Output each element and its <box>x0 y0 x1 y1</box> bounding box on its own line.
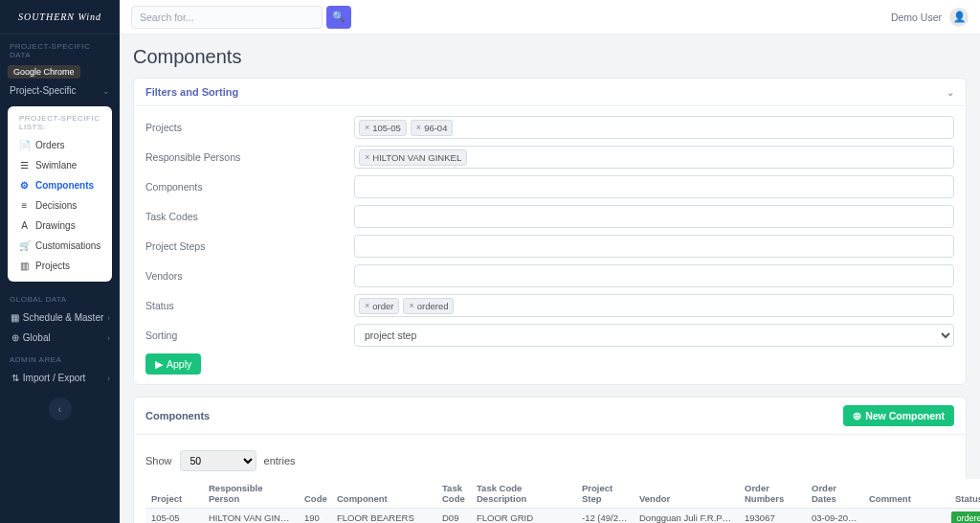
brand-logo: SOUTHERN Wind <box>0 0 120 34</box>
apply-button[interactable]: ▶Apply <box>145 353 201 375</box>
sidebar-item-global[interactable]: ⊕ Global› <box>0 328 120 348</box>
entries-label: entries <box>264 455 296 466</box>
components-header: Components ⊕New Component <box>134 398 966 435</box>
close-icon[interactable]: × <box>416 123 421 132</box>
sidebar-project-specific[interactable]: Project-Specific ⌄ <box>0 80 120 101</box>
table-cell: FLOOR GRID <box>471 509 576 524</box>
chevron-down-icon: ⌄ <box>947 87 954 98</box>
sidebar-collapse-button[interactable]: ‹ <box>49 398 72 421</box>
sorting-select[interactable]: project step <box>354 324 954 347</box>
label-projectsteps: Project Steps <box>145 240 346 252</box>
table-cell: 105-05 <box>145 509 203 524</box>
table-cell <box>863 509 949 524</box>
col-taskcode[interactable]: Task Code <box>436 479 471 509</box>
sidebar-item-components[interactable]: ⚙Components <box>11 175 108 195</box>
entries-control: Show 50 entries <box>145 450 954 471</box>
col-comment[interactable]: Comment <box>863 479 949 509</box>
search-input[interactable] <box>131 6 323 29</box>
search-group: 🔍 <box>131 6 351 29</box>
col-code[interactable]: Code <box>299 479 331 509</box>
col-orderdate[interactable]: Order Dates <box>806 479 863 509</box>
chip-status-2[interactable]: ×ordered <box>403 298 454 314</box>
chip-person-1[interactable]: ×HILTON VAN GINKEL <box>359 149 467 166</box>
lines-icon: ≡ <box>19 200 30 211</box>
globe-icon: ⊕ <box>10 332 20 343</box>
input-vendors[interactable] <box>354 264 954 287</box>
search-icon: 🔍 <box>332 11 345 23</box>
col-status[interactable]: Status <box>949 479 980 509</box>
components-body: Show 50 entries Project Responsible Pers… <box>134 435 966 523</box>
play-icon: ▶ <box>155 358 163 370</box>
sidebar-lists-header: PROJECT-SPECIFIC LISTS: <box>11 112 108 135</box>
entries-select[interactable]: 50 <box>180 450 256 471</box>
table-cell: 190 <box>299 509 331 524</box>
table-cell: FLOOR BEARERS <box>331 509 436 524</box>
topbar-user[interactable]: Demo User 👤 <box>891 8 969 27</box>
input-projects[interactable]: ×105-05 ×96-04 <box>354 116 954 139</box>
topbar: 🔍 Demo User 👤 <box>120 0 980 34</box>
close-icon[interactable]: × <box>365 301 369 310</box>
chevron-right-icon: › <box>107 374 110 383</box>
input-persons[interactable]: ×HILTON VAN GINKEL <box>354 146 954 169</box>
input-status[interactable]: ×order ×ordered <box>354 294 954 317</box>
col-ordernum[interactable]: Order Numbers <box>739 479 806 509</box>
browser-tag: Google Chrome <box>8 65 80 79</box>
main-content: Components Filters and Sorting ⌄ Project… <box>120 34 980 523</box>
sidebar: SOUTHERN Wind PROJECT-SPECIFIC DATA Goog… <box>0 0 120 523</box>
plus-icon: ⊕ <box>853 410 861 421</box>
table-header-row: Project Responsible Person Code Componen… <box>145 479 980 509</box>
sidebar-section-project: PROJECT-SPECIFIC DATA <box>0 34 120 63</box>
label-persons: Responsible Persons <box>145 151 346 163</box>
chip-project-2[interactable]: ×96-04 <box>411 120 454 136</box>
table-row[interactable]: 105-05HILTON VAN GINKEL190FLOOR BEARERSD… <box>145 509 980 524</box>
document-icon: 📄 <box>19 140 30 150</box>
table-cell: 193067 <box>739 509 806 524</box>
list-icon: ☰ <box>19 160 30 171</box>
sidebar-section-admin: ADMIN AREA <box>0 348 120 368</box>
components-table: Project Responsible Person Code Componen… <box>145 479 980 523</box>
filters-body: Projects ×105-05 ×96-04 Responsible Pers… <box>134 106 966 384</box>
sidebar-item-drawings[interactable]: ADrawings <box>11 216 108 236</box>
label-projects: Projects <box>145 122 346 133</box>
brand-text: SOUTHERN Wind <box>18 11 101 22</box>
table-cell: 03-09-2020 <box>806 509 863 524</box>
close-icon[interactable]: × <box>365 152 369 162</box>
col-taskdesc[interactable]: Task Code Description <box>471 479 576 509</box>
label-components: Components <box>145 181 346 193</box>
new-component-button[interactable]: ⊕New Component <box>843 405 954 426</box>
label-taskcodes: Task Codes <box>145 211 346 222</box>
label-vendors: Vendors <box>145 270 346 282</box>
sidebar-item-orders[interactable]: 📄Orders <box>11 135 108 155</box>
sidebar-item-import-export[interactable]: ⇅ Import / Export› <box>0 368 120 388</box>
chevron-right-icon: › <box>107 313 110 323</box>
sidebar-item-swimlane[interactable]: ☰Swimlane <box>11 155 108 175</box>
show-label: Show <box>145 455 172 466</box>
input-projectsteps[interactable] <box>354 235 954 258</box>
sidebar-lists-card: PROJECT-SPECIFIC LISTS: 📄Orders ☰Swimlan… <box>8 106 112 282</box>
input-components[interactable] <box>354 175 954 198</box>
sidebar-section-global: GLOBAL DATA <box>0 287 120 307</box>
col-vendor[interactable]: Vendor <box>634 479 739 509</box>
col-project[interactable]: Project <box>145 479 203 509</box>
calendar-icon: ▦ <box>10 312 20 323</box>
sidebar-item-customisations[interactable]: 🛒Customisations <box>11 236 108 256</box>
sidebar-item-projects[interactable]: ▥Projects <box>11 256 108 276</box>
col-person[interactable]: Responsible Person <box>203 479 299 509</box>
search-button[interactable]: 🔍 <box>326 6 351 29</box>
table-cell: -12 (49/2020) <box>576 509 634 524</box>
label-status: Status <box>145 300 346 311</box>
chevron-down-icon: ⌄ <box>102 86 110 96</box>
chip-status-1[interactable]: ×order <box>359 298 399 314</box>
chip-project-1[interactable]: ×105-05 <box>359 120 407 136</box>
sidebar-item-schedule[interactable]: ▦ Schedule & Master› <box>0 307 120 328</box>
close-icon[interactable]: × <box>365 123 369 132</box>
gear-icon: ⚙ <box>19 180 30 191</box>
input-taskcodes[interactable] <box>354 205 954 228</box>
col-step[interactable]: Project Step <box>576 479 634 509</box>
col-component[interactable]: Component <box>331 479 436 509</box>
close-icon[interactable]: × <box>409 301 413 310</box>
sidebar-item-decisions[interactable]: ≡Decisions <box>11 195 108 216</box>
filters-header[interactable]: Filters and Sorting ⌄ <box>134 79 966 106</box>
cart-icon: 🛒 <box>19 240 30 251</box>
table-cell: Dongguan Juli F.R.P Products <box>634 509 739 524</box>
